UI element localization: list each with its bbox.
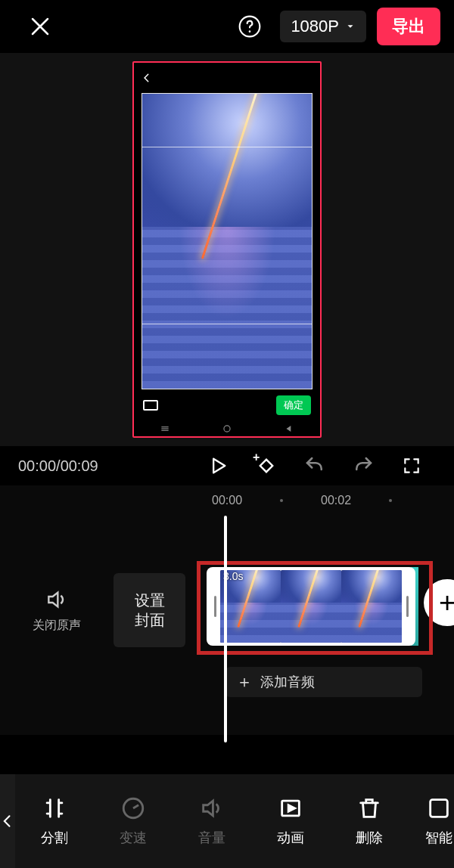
preview-canvas[interactable] [141,93,313,389]
add-clip-button[interactable]: + [424,579,454,626]
clip-handle-left[interactable] [210,570,220,643]
confirm-button[interactable]: 确定 [276,395,311,415]
back-icon[interactable] [141,73,152,83]
tool-label: 删除 [356,829,383,847]
aspect-ratio-icon[interactable] [143,400,158,411]
export-button[interactable]: 导出 [377,8,440,45]
close-icon[interactable] [29,15,51,38]
mute-label: 关闭原声 [33,618,81,634]
trash-icon [356,795,382,821]
tool-label: 变速 [120,829,147,847]
tool-label: 动画 [277,829,304,847]
svg-rect-13 [431,800,448,817]
plus-icon: + [439,587,454,619]
split-icon [42,795,67,821]
timeline[interactable]: 关闭原声 设置 封面 3.0s + [0,516,454,735]
speed-icon [120,795,146,821]
set-cover-button[interactable]: 设置 封面 [114,573,185,647]
redo-button[interactable] [348,451,378,481]
nav-recent-icon [160,423,170,434]
undo-button[interactable] [300,451,330,481]
preview-phone-frame: 确定 [132,61,322,438]
clip-handle-right[interactable] [402,570,412,643]
chevron-left-icon [0,814,15,829]
tool-label: 分割 [41,829,68,847]
tool-animation[interactable]: 动画 [251,774,330,868]
tool-speed[interactable]: 变速 [94,774,173,868]
clip-thumbnail [281,570,341,643]
mute-icon[interactable] [45,587,69,612]
playhead[interactable] [224,516,227,742]
add-audio-label: 添加音频 [260,673,315,691]
tool-ai[interactable]: 智能 [409,774,454,868]
svg-marker-12 [288,805,295,812]
svg-rect-9 [260,460,272,472]
tick-dot [280,499,283,502]
tool-label: 智能 [425,829,452,847]
timecode: 00:00/00:09 [18,457,98,475]
tool-label: 音量 [198,829,225,847]
nav-home-icon [222,423,232,434]
svg-point-3 [249,30,251,33]
ai-icon [426,795,452,821]
toolbar-back-button[interactable] [0,774,15,868]
tool-volume[interactable]: 音量 [173,774,251,868]
tool-split[interactable]: 分割 [15,774,94,868]
tick-label: 00:02 [321,494,351,507]
add-audio-button[interactable]: ＋ 添加音频 [225,667,422,697]
plus-icon: ＋ [236,671,253,693]
clip-thumbnail [341,570,402,643]
resolution-dropdown[interactable]: 1080P [280,11,366,42]
nav-back-icon [284,423,294,434]
svg-point-7 [224,426,230,432]
timeline-ruler[interactable]: 00:00 00:02 [0,485,454,516]
plus-icon: + [253,451,260,464]
phone-nav-bar [134,421,320,436]
help-icon[interactable] [238,14,262,39]
tick-label: 00:00 [212,494,242,507]
resolution-label: 1080P [291,17,339,36]
volume-icon [199,795,225,821]
animation-icon [278,795,303,821]
tool-delete[interactable]: 删除 [330,774,409,868]
chevron-down-icon [345,21,356,32]
add-keyframe-button[interactable]: + [251,451,281,481]
preview-area: 确定 [0,53,454,446]
tick-dot [389,499,392,502]
fullscreen-button[interactable] [396,451,427,481]
svg-marker-8 [213,459,225,473]
play-button[interactable] [203,451,233,481]
